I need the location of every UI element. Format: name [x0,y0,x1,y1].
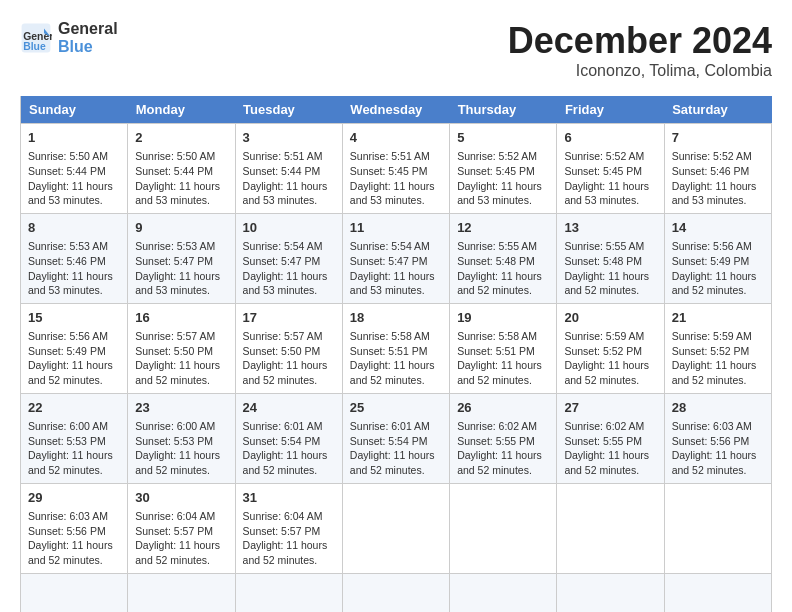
sunrise-text: Sunrise: 6:00 AM [28,420,108,432]
sunrise-text: Sunrise: 5:56 AM [672,240,752,252]
sunset-text: Sunset: 5:56 PM [672,435,750,447]
calendar-cell: 23Sunrise: 6:00 AMSunset: 5:53 PMDayligh… [128,393,235,483]
calendar-row-4: 22Sunrise: 6:00 AMSunset: 5:53 PMDayligh… [21,393,772,483]
col-thursday: Thursday [450,96,557,124]
sunset-text: Sunset: 5:57 PM [243,525,321,537]
col-sunday: Sunday [21,96,128,124]
sunset-text: Sunset: 5:54 PM [350,435,428,447]
sunset-text: Sunset: 5:53 PM [135,435,213,447]
sunset-text: Sunset: 5:47 PM [135,255,213,267]
sunrise-text: Sunrise: 6:03 AM [28,510,108,522]
calendar-cell: 13Sunrise: 5:55 AMSunset: 5:48 PMDayligh… [557,213,664,303]
calendar-cell [450,483,557,573]
sunrise-text: Sunrise: 5:51 AM [243,150,323,162]
day-number: 10 [243,219,335,237]
calendar-cell [342,573,449,612]
day-number: 17 [243,309,335,327]
location-title: Icononzo, Tolima, Colombia [508,62,772,80]
day-number: 1 [28,129,120,147]
calendar-cell: 22Sunrise: 6:00 AMSunset: 5:53 PMDayligh… [21,393,128,483]
day-number: 12 [457,219,549,237]
day-number: 24 [243,399,335,417]
day-number: 27 [564,399,656,417]
calendar-cell: 12Sunrise: 5:55 AMSunset: 5:48 PMDayligh… [450,213,557,303]
calendar-cell: 8Sunrise: 5:53 AMSunset: 5:46 PMDaylight… [21,213,128,303]
sunset-text: Sunset: 5:52 PM [672,345,750,357]
daylight-text: Daylight: 11 hours and 52 minutes. [457,449,542,476]
daylight-text: Daylight: 11 hours and 53 minutes. [672,180,757,207]
day-number: 30 [135,489,227,507]
calendar-cell: 29Sunrise: 6:03 AMSunset: 5:56 PMDayligh… [21,483,128,573]
day-number: 22 [28,399,120,417]
sunset-text: Sunset: 5:49 PM [672,255,750,267]
day-number: 21 [672,309,764,327]
calendar-cell [342,483,449,573]
daylight-text: Daylight: 11 hours and 53 minutes. [350,270,435,297]
col-wednesday: Wednesday [342,96,449,124]
calendar-cell: 14Sunrise: 5:56 AMSunset: 5:49 PMDayligh… [664,213,771,303]
daylight-text: Daylight: 11 hours and 53 minutes. [564,180,649,207]
calendar-cell: 25Sunrise: 6:01 AMSunset: 5:54 PMDayligh… [342,393,449,483]
calendar-cell: 4Sunrise: 5:51 AMSunset: 5:45 PMDaylight… [342,124,449,214]
header-row: Sunday Monday Tuesday Wednesday Thursday… [21,96,772,124]
calendar-row-2: 8Sunrise: 5:53 AMSunset: 5:46 PMDaylight… [21,213,772,303]
svg-text:Blue: Blue [23,41,46,52]
sunset-text: Sunset: 5:46 PM [28,255,106,267]
sunrise-text: Sunrise: 5:57 AM [243,330,323,342]
sunset-text: Sunset: 5:45 PM [457,165,535,177]
sunrise-text: Sunrise: 5:53 AM [28,240,108,252]
sunset-text: Sunset: 5:51 PM [457,345,535,357]
daylight-text: Daylight: 11 hours and 53 minutes. [135,180,220,207]
daylight-text: Daylight: 11 hours and 52 minutes. [672,270,757,297]
col-monday: Monday [128,96,235,124]
daylight-text: Daylight: 11 hours and 52 minutes. [672,449,757,476]
sunrise-text: Sunrise: 5:54 AM [243,240,323,252]
sunset-text: Sunset: 5:55 PM [564,435,642,447]
logo-icon: General Blue [20,22,52,54]
day-number: 15 [28,309,120,327]
calendar-cell: 9Sunrise: 5:53 AMSunset: 5:47 PMDaylight… [128,213,235,303]
sunrise-text: Sunrise: 6:01 AM [243,420,323,432]
calendar-cell [235,573,342,612]
calendar-cell: 20Sunrise: 5:59 AMSunset: 5:52 PMDayligh… [557,303,664,393]
sunset-text: Sunset: 5:51 PM [350,345,428,357]
daylight-text: Daylight: 11 hours and 53 minutes. [28,180,113,207]
sunrise-text: Sunrise: 5:53 AM [135,240,215,252]
col-saturday: Saturday [664,96,771,124]
calendar-cell: 2Sunrise: 5:50 AMSunset: 5:44 PMDaylight… [128,124,235,214]
daylight-text: Daylight: 11 hours and 52 minutes. [243,359,328,386]
sunrise-text: Sunrise: 6:02 AM [564,420,644,432]
daylight-text: Daylight: 11 hours and 52 minutes. [28,359,113,386]
sunrise-text: Sunrise: 6:01 AM [350,420,430,432]
day-number: 4 [350,129,442,147]
calendar-cell: 31Sunrise: 6:04 AMSunset: 5:57 PMDayligh… [235,483,342,573]
sunrise-text: Sunrise: 5:50 AM [135,150,215,162]
sunrise-text: Sunrise: 6:02 AM [457,420,537,432]
daylight-text: Daylight: 11 hours and 52 minutes. [135,449,220,476]
day-number: 6 [564,129,656,147]
daylight-text: Daylight: 11 hours and 53 minutes. [350,180,435,207]
daylight-text: Daylight: 11 hours and 52 minutes. [350,449,435,476]
daylight-text: Daylight: 11 hours and 52 minutes. [564,270,649,297]
sunset-text: Sunset: 5:47 PM [350,255,428,267]
daylight-text: Daylight: 11 hours and 52 minutes. [28,539,113,566]
calendar-cell [664,573,771,612]
day-number: 14 [672,219,764,237]
sunset-text: Sunset: 5:48 PM [457,255,535,267]
daylight-text: Daylight: 11 hours and 52 minutes. [243,449,328,476]
sunrise-text: Sunrise: 5:58 AM [350,330,430,342]
calendar-cell: 21Sunrise: 5:59 AMSunset: 5:52 PMDayligh… [664,303,771,393]
calendar-cell: 30Sunrise: 6:04 AMSunset: 5:57 PMDayligh… [128,483,235,573]
daylight-text: Daylight: 11 hours and 52 minutes. [672,359,757,386]
day-number: 7 [672,129,764,147]
sunset-text: Sunset: 5:44 PM [243,165,321,177]
logo: General Blue General Blue [20,20,118,55]
sunset-text: Sunset: 5:45 PM [564,165,642,177]
sunset-text: Sunset: 5:56 PM [28,525,106,537]
daylight-text: Daylight: 11 hours and 53 minutes. [135,270,220,297]
svg-text:General: General [23,30,52,41]
day-number: 9 [135,219,227,237]
sunset-text: Sunset: 5:50 PM [135,345,213,357]
calendar-cell [664,483,771,573]
calendar-cell: 18Sunrise: 5:58 AMSunset: 5:51 PMDayligh… [342,303,449,393]
